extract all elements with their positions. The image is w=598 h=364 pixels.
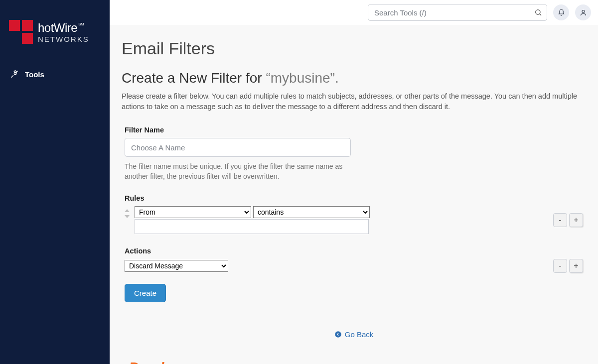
go-back-label: Go Back (345, 330, 374, 339)
bell-icon (558, 9, 565, 16)
brand-logo-mark (9, 20, 33, 44)
brand-subtitle: NETWORKS (38, 35, 89, 43)
rule-value-input[interactable] (135, 219, 369, 234)
filter-name-help: The filter name must be unique. If you g… (125, 162, 344, 181)
page-title: Email Filters (122, 39, 586, 58)
brand-name: hotWire (38, 21, 77, 34)
brand-logo: hotWireSM NETWORKS (0, 20, 110, 64)
product-brand: cPanel 104.0.4 (122, 360, 185, 364)
add-action-button[interactable]: + (569, 259, 583, 273)
add-rule-button[interactable]: + (569, 213, 583, 227)
page-subtitle: Create a New Filter for “mybusine”. (122, 70, 586, 86)
action-select[interactable]: Discard Message (125, 260, 228, 272)
sidebar-item-label: Tools (25, 70, 44, 79)
svg-point-1 (536, 10, 540, 14)
search-wrap (368, 4, 547, 21)
move-up-icon[interactable] (125, 209, 130, 212)
rule-reorder-handle (125, 209, 135, 218)
topbar (110, 0, 598, 25)
account-button[interactable] (575, 4, 591, 20)
subtitle-quoted: “mybusine”. (266, 70, 338, 86)
filter-name-label: Filter Name (125, 126, 583, 134)
sidebar-item-tools[interactable]: Tools (0, 64, 110, 85)
brand-tm: SM (78, 22, 84, 26)
user-icon (580, 9, 587, 16)
footer: cPanel 104.0.4 Home Trademarks Privacy P… (122, 340, 586, 364)
cpanel-logo: cPanel (122, 360, 163, 364)
remove-action-button[interactable]: - (553, 259, 567, 273)
search-input[interactable] (368, 4, 547, 21)
notifications-button[interactable] (553, 4, 569, 20)
subtitle-prefix: Create a New Filter for (122, 70, 266, 86)
move-down-icon[interactable] (125, 215, 130, 218)
tools-icon (10, 70, 19, 79)
svg-point-2 (582, 10, 585, 12)
go-back-link[interactable]: Go Back (334, 330, 374, 339)
intro-text: Please create a filter below. You can ad… (122, 91, 586, 112)
search-icon (534, 8, 542, 16)
svg-point-3 (335, 331, 341, 338)
brand-logo-text: hotWireSM NETWORKS (38, 21, 89, 43)
rules-label: Rules (125, 194, 583, 202)
remove-rule-button[interactable]: - (553, 213, 567, 227)
back-arrow-icon (334, 331, 342, 338)
sidebar: hotWireSM NETWORKS Tools (0, 0, 110, 364)
filter-name-input[interactable] (125, 138, 351, 157)
actions-label: Actions (125, 247, 583, 255)
create-button[interactable]: Create (125, 284, 166, 302)
rule-field-select[interactable]: From (135, 206, 251, 218)
rule-condition-select[interactable]: contains (253, 206, 370, 218)
